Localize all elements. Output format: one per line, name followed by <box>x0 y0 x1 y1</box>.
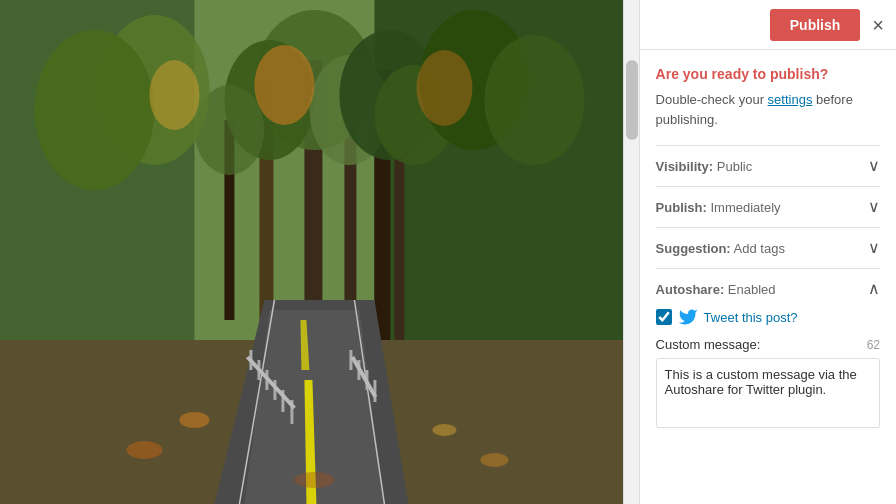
svg-point-19 <box>254 45 314 125</box>
publish-chevron-down-icon: ∨ <box>868 199 880 215</box>
svg-point-21 <box>416 50 472 126</box>
autoshare-chevron-up-icon: ∧ <box>868 281 880 297</box>
svg-point-43 <box>126 441 162 459</box>
custom-message-textarea[interactable] <box>656 358 880 428</box>
visibility-chevron-down-icon: ∨ <box>868 158 880 174</box>
publish-panel: Publish × Are you ready to publish? Doub… <box>639 0 896 504</box>
suggestion-chevron-down-icon: ∨ <box>868 240 880 256</box>
svg-point-16 <box>34 30 154 190</box>
settings-link[interactable]: settings <box>768 92 813 107</box>
autoshare-section: Autoshare: Enabled ∧ Tweet this post? Cu… <box>656 268 880 432</box>
editor-area <box>0 0 623 504</box>
visibility-label: Visibility: Public <box>656 159 753 174</box>
autoshare-value: Enabled <box>724 282 775 297</box>
custom-message-label: Custom message: <box>656 337 761 352</box>
custom-message-header: Custom message: 62 <box>656 337 880 352</box>
road-image <box>0 0 623 504</box>
panel-header: Publish × <box>640 0 896 50</box>
tweet-row: Tweet this post? <box>656 307 880 327</box>
tweet-link[interactable]: Tweet this post? <box>704 310 798 325</box>
ready-highlight: publish? <box>770 66 828 82</box>
svg-point-42 <box>432 424 456 436</box>
suggestion-value: Add tags <box>731 241 785 256</box>
settings-description: Double-check your settings before publis… <box>656 90 880 129</box>
autoshare-header[interactable]: Autoshare: Enabled ∧ <box>656 281 880 297</box>
publish-time-value: Immediately <box>707 200 781 215</box>
scrollbar[interactable] <box>623 0 639 504</box>
close-button[interactable]: × <box>872 15 884 35</box>
tweet-checkbox[interactable] <box>656 309 672 325</box>
suggestion-row[interactable]: Suggestion: Add tags ∨ <box>656 227 880 268</box>
twitter-bird-icon <box>678 307 698 327</box>
ready-title: Are you ready to publish? <box>656 66 880 82</box>
visibility-row[interactable]: Visibility: Public ∨ <box>656 145 880 186</box>
visibility-value: Public <box>713 159 752 174</box>
svg-point-45 <box>294 472 334 488</box>
ready-prefix: Are you ready to <box>656 66 770 82</box>
suggestion-label: Suggestion: Add tags <box>656 241 785 256</box>
char-count: 62 <box>867 338 880 352</box>
svg-point-18 <box>484 35 584 165</box>
publish-button[interactable]: Publish <box>770 9 861 41</box>
settings-text-before: Double-check your <box>656 92 768 107</box>
scrollbar-thumb[interactable] <box>626 60 638 140</box>
svg-point-44 <box>480 453 508 467</box>
publish-time-label: Publish: Immediately <box>656 200 781 215</box>
autoshare-label: Autoshare: Enabled <box>656 282 776 297</box>
svg-point-20 <box>149 60 199 130</box>
publish-time-row[interactable]: Publish: Immediately ∨ <box>656 186 880 227</box>
panel-content: Are you ready to publish? Double-check y… <box>640 50 896 504</box>
svg-point-41 <box>179 412 209 428</box>
